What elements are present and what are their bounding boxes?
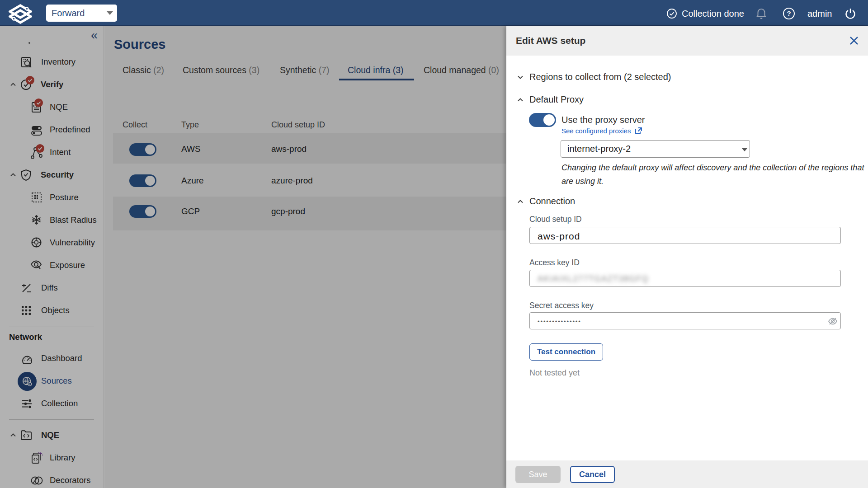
svg-text:?: ?	[787, 9, 791, 17]
